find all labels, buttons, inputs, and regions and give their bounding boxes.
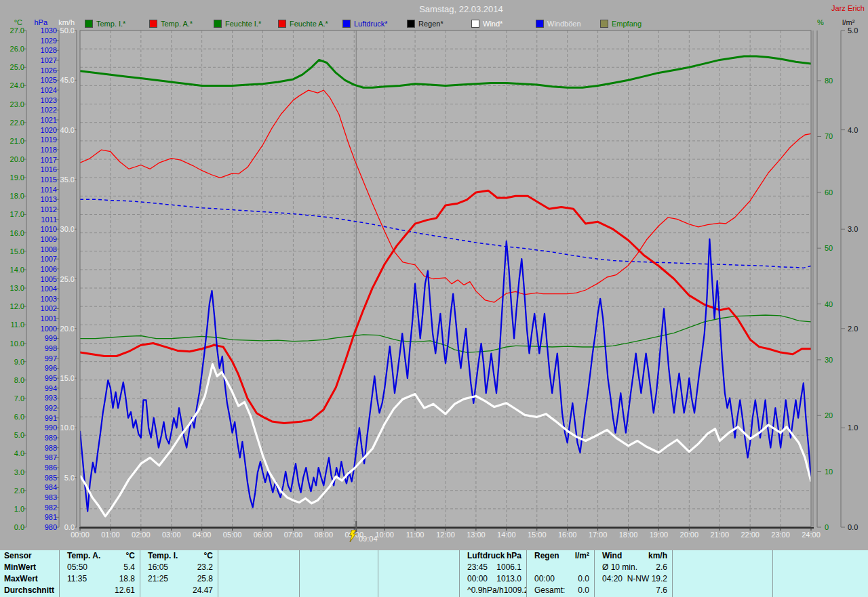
table-row-label: MaxWert <box>0 573 59 585</box>
table-column-wind: Windkm/hØ 10 min.2.604:20N-NW 19.27.6 <box>595 550 673 597</box>
table-column-empty <box>773 550 868 597</box>
table-col-name: Luftdruck <box>467 550 505 562</box>
table-col-unit: hPa <box>507 550 521 562</box>
table-column-temp-i-: Temp. I.°C16:0523.221:2525.824.47 <box>140 550 218 597</box>
table-cell-right: 18.8 <box>119 573 135 585</box>
table-col-unit: °C <box>126 550 135 562</box>
table-cell-left: 23:45 <box>467 562 488 573</box>
table-col-unit: km/h <box>648 550 667 562</box>
table-column-empty <box>378 550 460 597</box>
table-row-label: MinWert <box>0 562 59 573</box>
table-cell-left: 16:05 <box>148 562 168 573</box>
table-col-unit: °C <box>204 550 213 562</box>
table-column-empty <box>673 550 773 597</box>
table-cell-right: 2.6 <box>656 562 667 573</box>
table-cell-right: 1006.1 <box>496 562 521 573</box>
table-column-empty <box>218 550 300 597</box>
table-col-name: Regen <box>534 550 559 562</box>
table-column-luftdruck: LuftdruckhPa23:451006.100:001013.0^0.9hP… <box>460 550 527 597</box>
table-col-name: Wind <box>602 550 622 562</box>
table-cell-left: 00:00 <box>534 573 555 585</box>
table-cell-right: 7.6 <box>656 585 667 596</box>
table-cell-left: 05:50 <box>67 562 87 573</box>
table-row-label: Sensor <box>0 550 59 562</box>
table-cell-right: 23.2 <box>197 562 213 573</box>
table-cell-left: Gesamt: <box>534 585 565 596</box>
table-cell-left: 11:35 <box>67 573 87 585</box>
table-cell-right: 1013.0 <box>496 573 521 585</box>
table-column-temp-a-: Temp. A.°C05:505.411:3518.812.61 <box>60 550 140 597</box>
table-cell-right: 1009.2 <box>504 585 527 596</box>
table-col-name: Temp. I. <box>148 550 178 562</box>
table-cell-left: ^0.9hPa/h <box>467 585 504 596</box>
weather-chart[interactable] <box>0 0 868 597</box>
table-col-unit: l/m² <box>575 550 589 562</box>
table-cell-left: 04:20 <box>602 573 623 585</box>
summary-table: SensorMinWertMaxWertDurchschnittTemp. A.… <box>0 550 868 597</box>
table-column-empty <box>300 550 378 597</box>
table-cell-right: 12.61 <box>115 585 135 596</box>
table-row-label: Durchschnitt <box>0 585 59 596</box>
table-column-regen: Regenl/m²00:000.0Gesamt:0.0 <box>527 550 595 597</box>
table-col-name: Temp. A. <box>67 550 100 562</box>
table-cell-left: 21:25 <box>148 573 168 585</box>
table-cell-left: Ø 10 min. <box>602 562 637 573</box>
table-cell-right: 0.0 <box>578 573 589 585</box>
table-cell-right: 25.8 <box>197 573 213 585</box>
table-cell-right: 0.0 <box>578 585 589 596</box>
table-cell-right: N-NW 19.2 <box>627 573 667 585</box>
table-cell-right: 24.47 <box>193 585 213 596</box>
table-cell-left: 00:00 <box>467 573 488 585</box>
table-cell-right: 5.4 <box>123 562 135 573</box>
